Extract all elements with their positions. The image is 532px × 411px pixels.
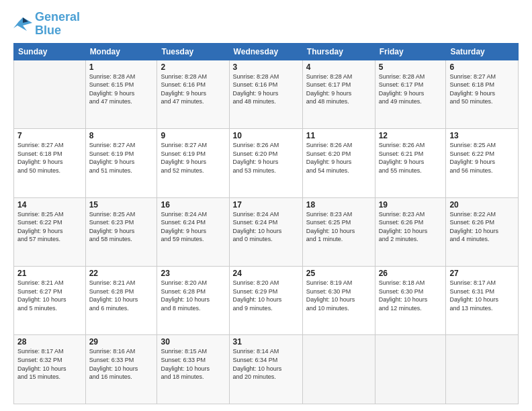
calendar-cell: 18Sunrise: 8:23 AM Sunset: 6:25 PM Dayli… bbox=[302, 197, 375, 266]
calendar-cell bbox=[446, 335, 519, 404]
day-info: Sunrise: 8:17 AM Sunset: 6:31 PM Dayligh… bbox=[449, 279, 515, 312]
day-info: Sunrise: 8:15 AM Sunset: 6:33 PM Dayligh… bbox=[161, 347, 225, 381]
day-number: 17 bbox=[233, 200, 299, 210]
calendar-cell: 10Sunrise: 8:26 AM Sunset: 6:20 PM Dayli… bbox=[229, 129, 302, 197]
day-number: 21 bbox=[17, 269, 82, 278]
day-info: Sunrise: 8:25 AM Sunset: 6:23 PM Dayligh… bbox=[89, 210, 154, 244]
day-number: 3 bbox=[233, 62, 299, 72]
day-number: 16 bbox=[161, 200, 225, 210]
weekday-header-thursday: Thursday bbox=[302, 43, 375, 60]
weekday-header-saturday: Saturday bbox=[446, 43, 519, 60]
calendar-cell: 6Sunrise: 8:27 AM Sunset: 6:18 PM Daylig… bbox=[446, 60, 519, 128]
weekday-header-friday: Friday bbox=[375, 43, 446, 60]
day-info: Sunrise: 8:14 AM Sunset: 6:34 PM Dayligh… bbox=[233, 347, 299, 381]
calendar-cell: 29Sunrise: 8:16 AM Sunset: 6:33 PM Dayli… bbox=[85, 335, 157, 404]
calendar-week-4: 21Sunrise: 8:21 AM Sunset: 6:27 PM Dayli… bbox=[14, 267, 519, 335]
calendar-cell: 23Sunrise: 8:20 AM Sunset: 6:28 PM Dayli… bbox=[157, 267, 229, 335]
day-number: 10 bbox=[233, 131, 299, 140]
day-number: 29 bbox=[89, 337, 154, 347]
weekday-header-row: SundayMondayTuesdayWednesdayThursdayFrid… bbox=[14, 43, 519, 60]
day-number: 23 bbox=[161, 269, 225, 278]
weekday-header-sunday: Sunday bbox=[14, 43, 86, 60]
day-number: 31 bbox=[233, 337, 299, 347]
weekday-header-monday: Monday bbox=[85, 43, 157, 60]
day-info: Sunrise: 8:28 AM Sunset: 6:16 PM Dayligh… bbox=[233, 73, 299, 106]
day-number: 13 bbox=[449, 131, 515, 140]
day-number: 8 bbox=[89, 131, 154, 140]
day-number: 11 bbox=[306, 131, 371, 140]
calendar-cell: 11Sunrise: 8:26 AM Sunset: 6:20 PM Dayli… bbox=[302, 129, 375, 197]
day-number: 22 bbox=[89, 269, 154, 278]
day-info: Sunrise: 8:19 AM Sunset: 6:30 PM Dayligh… bbox=[306, 279, 371, 312]
calendar-cell: 7Sunrise: 8:27 AM Sunset: 6:18 PM Daylig… bbox=[14, 129, 86, 197]
header: GeneralBlue bbox=[13, 11, 519, 38]
calendar-cell: 30Sunrise: 8:15 AM Sunset: 6:33 PM Dayli… bbox=[157, 335, 229, 404]
day-info: Sunrise: 8:20 AM Sunset: 6:28 PM Dayligh… bbox=[161, 279, 225, 312]
day-number: 9 bbox=[161, 131, 225, 140]
calendar-cell: 27Sunrise: 8:17 AM Sunset: 6:31 PM Dayli… bbox=[446, 267, 519, 335]
day-number: 28 bbox=[17, 337, 82, 347]
day-number: 7 bbox=[17, 131, 82, 140]
logo-text: GeneralBlue bbox=[35, 11, 80, 38]
calendar-week-5: 28Sunrise: 8:17 AM Sunset: 6:32 PM Dayli… bbox=[14, 335, 519, 404]
calendar-cell: 21Sunrise: 8:21 AM Sunset: 6:27 PM Dayli… bbox=[14, 267, 86, 335]
calendar-cell bbox=[14, 60, 86, 128]
day-number: 15 bbox=[89, 200, 154, 210]
day-info: Sunrise: 8:22 AM Sunset: 6:26 PM Dayligh… bbox=[449, 210, 515, 244]
day-info: Sunrise: 8:27 AM Sunset: 6:18 PM Dayligh… bbox=[17, 141, 82, 175]
day-info: Sunrise: 8:28 AM Sunset: 6:16 PM Dayligh… bbox=[161, 73, 225, 106]
day-info: Sunrise: 8:26 AM Sunset: 6:20 PM Dayligh… bbox=[233, 141, 299, 175]
calendar-cell: 5Sunrise: 8:28 AM Sunset: 6:17 PM Daylig… bbox=[375, 60, 446, 128]
calendar-cell: 17Sunrise: 8:24 AM Sunset: 6:24 PM Dayli… bbox=[229, 197, 302, 266]
day-info: Sunrise: 8:27 AM Sunset: 6:19 PM Dayligh… bbox=[89, 141, 154, 175]
day-number: 27 bbox=[449, 269, 515, 278]
calendar-cell: 8Sunrise: 8:27 AM Sunset: 6:19 PM Daylig… bbox=[85, 129, 157, 197]
calendar-cell: 12Sunrise: 8:26 AM Sunset: 6:21 PM Dayli… bbox=[375, 129, 446, 197]
day-info: Sunrise: 8:23 AM Sunset: 6:26 PM Dayligh… bbox=[379, 210, 443, 244]
calendar-week-1: 1Sunrise: 8:28 AM Sunset: 6:15 PM Daylig… bbox=[14, 60, 519, 128]
calendar-cell: 20Sunrise: 8:22 AM Sunset: 6:26 PM Dayli… bbox=[446, 197, 519, 266]
day-info: Sunrise: 8:18 AM Sunset: 6:30 PM Dayligh… bbox=[379, 279, 443, 312]
day-info: Sunrise: 8:28 AM Sunset: 6:17 PM Dayligh… bbox=[379, 73, 443, 106]
day-info: Sunrise: 8:23 AM Sunset: 6:25 PM Dayligh… bbox=[306, 210, 371, 244]
calendar-cell: 24Sunrise: 8:20 AM Sunset: 6:29 PM Dayli… bbox=[229, 267, 302, 335]
calendar-cell: 19Sunrise: 8:23 AM Sunset: 6:26 PM Dayli… bbox=[375, 197, 446, 266]
day-info: Sunrise: 8:21 AM Sunset: 6:28 PM Dayligh… bbox=[89, 279, 154, 312]
day-number: 26 bbox=[379, 269, 443, 278]
day-number: 24 bbox=[233, 269, 299, 278]
day-number: 18 bbox=[306, 200, 371, 210]
day-number: 30 bbox=[161, 337, 225, 347]
day-number: 25 bbox=[306, 269, 371, 278]
calendar-cell: 15Sunrise: 8:25 AM Sunset: 6:23 PM Dayli… bbox=[85, 197, 157, 266]
day-number: 14 bbox=[17, 200, 82, 210]
day-number: 2 bbox=[161, 62, 225, 72]
calendar-cell: 13Sunrise: 8:25 AM Sunset: 6:22 PM Dayli… bbox=[446, 129, 519, 197]
day-number: 4 bbox=[306, 62, 371, 72]
calendar-week-2: 7Sunrise: 8:27 AM Sunset: 6:18 PM Daylig… bbox=[14, 129, 519, 197]
day-number: 19 bbox=[379, 200, 443, 210]
calendar-cell bbox=[302, 335, 375, 404]
day-info: Sunrise: 8:28 AM Sunset: 6:17 PM Dayligh… bbox=[306, 73, 371, 106]
logo-icon bbox=[13, 16, 32, 32]
day-info: Sunrise: 8:20 AM Sunset: 6:29 PM Dayligh… bbox=[233, 279, 299, 312]
calendar-cell: 14Sunrise: 8:25 AM Sunset: 6:22 PM Dayli… bbox=[14, 197, 86, 266]
day-info: Sunrise: 8:24 AM Sunset: 6:24 PM Dayligh… bbox=[161, 210, 225, 244]
calendar-cell: 31Sunrise: 8:14 AM Sunset: 6:34 PM Dayli… bbox=[229, 335, 302, 404]
calendar-cell: 1Sunrise: 8:28 AM Sunset: 6:15 PM Daylig… bbox=[85, 60, 157, 128]
calendar-cell: 3Sunrise: 8:28 AM Sunset: 6:16 PM Daylig… bbox=[229, 60, 302, 128]
calendar-cell: 22Sunrise: 8:21 AM Sunset: 6:28 PM Dayli… bbox=[85, 267, 157, 335]
page: GeneralBlue SundayMondayTuesdayWednesday… bbox=[0, 0, 532, 411]
calendar-cell: 16Sunrise: 8:24 AM Sunset: 6:24 PM Dayli… bbox=[157, 197, 229, 266]
calendar-cell: 9Sunrise: 8:27 AM Sunset: 6:19 PM Daylig… bbox=[157, 129, 229, 197]
day-number: 1 bbox=[89, 62, 154, 72]
day-number: 6 bbox=[449, 62, 515, 72]
calendar-cell bbox=[375, 335, 446, 404]
day-info: Sunrise: 8:25 AM Sunset: 6:22 PM Dayligh… bbox=[17, 210, 82, 244]
day-info: Sunrise: 8:21 AM Sunset: 6:27 PM Dayligh… bbox=[17, 279, 82, 312]
calendar-cell: 28Sunrise: 8:17 AM Sunset: 6:32 PM Dayli… bbox=[14, 335, 86, 404]
weekday-header-wednesday: Wednesday bbox=[229, 43, 302, 60]
day-info: Sunrise: 8:26 AM Sunset: 6:20 PM Dayligh… bbox=[306, 141, 371, 175]
calendar-cell: 2Sunrise: 8:28 AM Sunset: 6:16 PM Daylig… bbox=[157, 60, 229, 128]
day-info: Sunrise: 8:24 AM Sunset: 6:24 PM Dayligh… bbox=[233, 210, 299, 244]
calendar-cell: 4Sunrise: 8:28 AM Sunset: 6:17 PM Daylig… bbox=[302, 60, 375, 128]
